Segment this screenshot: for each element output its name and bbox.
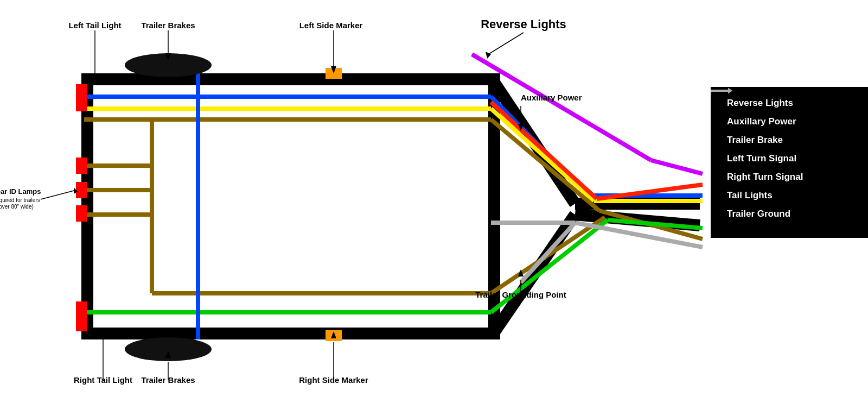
svg-rect-1 [81,73,494,85]
svg-line-49 [488,33,524,54]
left-side-marker-label: Left Side Marker [299,21,363,30]
svg-line-4 [494,215,575,333]
auxiliary-power-label: Auxillary Power [521,93,582,102]
rear-id-lamps-sublabel: (required for trailers [0,197,40,203]
rear-id-lamps-sublabel2: over 80" wide) [0,204,34,210]
svg-line-12 [491,109,594,201]
svg-line-15 [491,119,599,211]
reverse-lights-label: Reverse Lights [481,17,566,31]
legend-item-trailer-ground: Trailer Ground [727,209,857,219]
svg-marker-76 [728,88,732,93]
svg-rect-35 [76,158,87,174]
svg-rect-38 [76,301,87,331]
legend-panel: Reverse Lights Auxillary Power Trailer B… [711,87,868,238]
svg-line-53 [41,190,76,199]
trailer-brakes-top-label: Trailer Brakes [141,21,195,30]
svg-rect-37 [76,205,87,222]
svg-rect-36 [76,182,87,198]
left-tail-light-label: Left Tail Light [68,21,121,30]
svg-rect-2 [81,328,494,339]
svg-rect-34 [76,84,87,111]
wiring-diagram: Left Tail Light Trailer Brakes Left Side… [0,0,868,409]
svg-marker-50 [486,52,491,59]
svg-line-32 [651,160,703,174]
rear-id-lamps-label: Rear ID Lamps [0,187,41,196]
